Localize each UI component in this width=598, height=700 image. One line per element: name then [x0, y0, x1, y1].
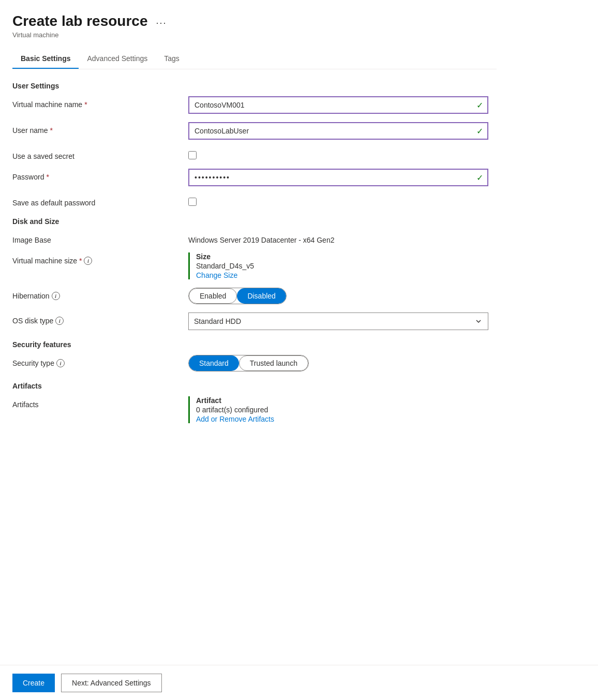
vm-name-label: Virtual machine name *: [12, 96, 188, 109]
footer: Create Next: Advanced Settings: [0, 665, 598, 700]
os-disk-type-row: OS disk type i Standard HDD Standard SSD…: [12, 312, 497, 330]
saved-secret-control: [188, 148, 488, 159]
size-block-value: Standard_D4s_v5: [196, 262, 488, 270]
vm-size-label: Virtual machine size * i: [12, 252, 188, 265]
artifacts-label: Artifacts: [12, 396, 188, 409]
os-disk-type-select[interactable]: Standard HDD Standard SSD Premium SSD: [188, 312, 488, 330]
security-trusted-btn[interactable]: Trusted launch: [239, 355, 308, 371]
artifacts-section-header: Artifacts: [12, 382, 497, 390]
saved-secret-label: Use a saved secret: [12, 148, 188, 160]
hibernation-row: Hibernation i Enabled Disabled: [12, 288, 497, 304]
artifact-count: 0 artifact(s) configured: [196, 406, 488, 414]
user-settings-header: User Settings: [12, 82, 497, 90]
password-label: Password *: [12, 169, 188, 181]
disk-size-header: Disk and Size: [12, 217, 497, 226]
password-required: *: [46, 173, 49, 181]
hibernation-toggle-group: Enabled Disabled: [188, 288, 287, 304]
vm-name-input[interactable]: [188, 96, 488, 114]
vm-size-required: *: [79, 257, 82, 265]
hibernation-disabled-btn[interactable]: Disabled: [237, 288, 286, 304]
vm-size-control: Size Standard_D4s_v5 Change Size: [188, 252, 488, 279]
saved-secret-checkbox-wrapper: [188, 148, 488, 159]
artifacts-control: Artifact 0 artifact(s) configured Add or…: [188, 396, 488, 423]
vm-name-row: Virtual machine name * ✓: [12, 96, 497, 114]
username-label: User name *: [12, 122, 188, 135]
os-disk-type-control: Standard HDD Standard SSD Premium SSD: [188, 312, 488, 330]
save-default-password-label: Save as default password: [12, 195, 188, 207]
page-title: Create lab resource: [12, 12, 147, 30]
security-type-label: Security type i: [12, 355, 188, 367]
password-input-wrapper: ✓: [188, 169, 488, 186]
add-remove-artifacts-link[interactable]: Add or Remove Artifacts: [196, 415, 488, 423]
change-size-link[interactable]: Change Size: [196, 271, 488, 279]
artifact-header: Artifact: [196, 396, 488, 405]
password-input[interactable]: [188, 169, 488, 186]
artifacts-row: Artifacts Artifact 0 artifact(s) configu…: [12, 396, 497, 423]
vm-size-row: Virtual machine size * i Size Standard_D…: [12, 252, 497, 279]
security-standard-btn[interactable]: Standard: [189, 355, 239, 371]
vm-name-required: *: [84, 100, 87, 109]
security-type-toggle-group: Standard Trusted launch: [188, 355, 309, 371]
size-block: Size Standard_D4s_v5 Change Size: [188, 252, 488, 279]
username-control: ✓: [188, 122, 488, 140]
hibernation-control: Enabled Disabled: [188, 288, 488, 304]
tab-advanced-settings[interactable]: Advanced Settings: [79, 49, 156, 69]
page-subtitle: Virtual machine: [12, 31, 497, 39]
hibernation-enabled-btn[interactable]: Enabled: [189, 288, 237, 304]
create-button[interactable]: Create: [12, 674, 55, 692]
security-type-info-icon: i: [56, 359, 65, 367]
os-disk-type-label: OS disk type i: [12, 312, 188, 325]
ellipsis-button[interactable]: ...: [153, 14, 170, 27]
password-check-icon: ✓: [476, 172, 483, 182]
image-base-label: Image Base: [12, 232, 188, 244]
tabs-container: Basic Settings Advanced Settings Tags: [12, 49, 497, 69]
next-advanced-settings-button[interactable]: Next: Advanced Settings: [61, 674, 162, 692]
save-default-password-checkbox-wrapper: [188, 195, 488, 206]
os-disk-type-info-icon: i: [55, 317, 64, 325]
size-block-header: Size: [196, 252, 488, 261]
security-type-control: Standard Trusted launch: [188, 355, 488, 371]
image-base-text: Windows Server 2019 Datacenter - x64 Gen…: [188, 232, 488, 244]
username-row: User name * ✓: [12, 122, 497, 140]
security-features-header: Security features: [12, 340, 497, 349]
vm-name-input-wrapper: ✓: [188, 96, 488, 114]
image-base-value: Windows Server 2019 Datacenter - x64 Gen…: [188, 232, 488, 244]
hibernation-label: Hibernation i: [12, 288, 188, 300]
tab-tags[interactable]: Tags: [156, 49, 188, 69]
vm-name-check-icon: ✓: [476, 100, 483, 110]
security-type-row: Security type i Standard Trusted launch: [12, 355, 497, 371]
username-required: *: [50, 126, 52, 135]
save-default-password-checkbox[interactable]: [188, 198, 197, 206]
username-input[interactable]: [188, 122, 488, 140]
saved-secret-row: Use a saved secret: [12, 148, 497, 160]
tab-basic-settings[interactable]: Basic Settings: [12, 49, 79, 69]
password-control: ✓: [188, 169, 488, 186]
saved-secret-checkbox[interactable]: [188, 151, 197, 159]
username-input-wrapper: ✓: [188, 122, 488, 140]
vm-name-control: ✓: [188, 96, 488, 114]
save-default-password-row: Save as default password: [12, 195, 497, 207]
username-check-icon: ✓: [476, 126, 483, 136]
artifact-block: Artifact 0 artifact(s) configured Add or…: [188, 396, 488, 423]
hibernation-info-icon: i: [52, 292, 60, 300]
vm-size-info-icon: i: [84, 257, 92, 265]
password-row: Password * ✓: [12, 169, 497, 186]
save-default-password-control: [188, 195, 488, 206]
image-base-row: Image Base Windows Server 2019 Datacente…: [12, 232, 497, 244]
